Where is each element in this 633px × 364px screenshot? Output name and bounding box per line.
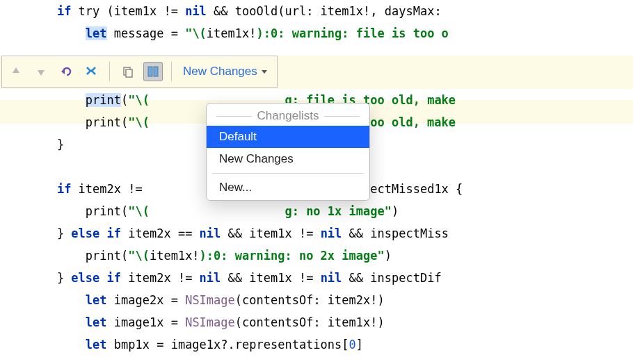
code-line: print("\(item1x!):0: warning: no 2x imag… [0,245,633,267]
code-line: } else if item2x == nil && item1x != nil… [0,222,633,245]
code-line: let bmp1x = image1x?.representations[0] [0,333,633,356]
svg-rect-3 [148,67,152,76]
code-line: } else if item2x != nil && item1x != nil… [0,267,633,289]
diff-view-button[interactable] [143,62,163,81]
changelist-dropdown[interactable]: New Changes [180,65,273,78]
copy-button[interactable] [118,62,138,81]
toolbar-divider [109,62,110,81]
prev-change-button[interactable] [6,62,26,81]
code-line: let message = "\(item1x!):0: warning: fi… [0,22,633,44]
changelist-item-new-changes[interactable]: New Changes [207,148,369,170]
rollback-button[interactable] [56,62,76,81]
diff-toolbar: New Changes [1,56,278,88]
code-line: print("\(xxxxxxxxxxxxxxxxxxxg: no 1x ima… [0,200,633,222]
svg-point-0 [90,69,93,72]
code-line: let image2x = NSImage(contentsOf: item2x… [0,289,633,311]
popup-separator [212,173,364,174]
code-line: if try (item1x != nil && tooOld(url: ite… [0,0,633,22]
code-line: let image1x = NSImage(contentsOf: item1x… [0,311,633,333]
changelist-popup: Changelists Default New Changes New... [206,103,370,201]
next-change-button[interactable] [31,62,51,81]
popup-section-header: Changelists [207,106,369,126]
chevron-down-icon [262,70,267,74]
changelist-new[interactable]: New... [207,176,369,199]
svg-rect-2 [126,69,132,77]
toolbar-divider [171,62,172,81]
merge-button[interactable] [81,62,101,81]
changelist-label: New Changes [183,65,257,78]
svg-rect-4 [154,67,158,76]
changelist-item-default[interactable]: Default [207,126,369,148]
